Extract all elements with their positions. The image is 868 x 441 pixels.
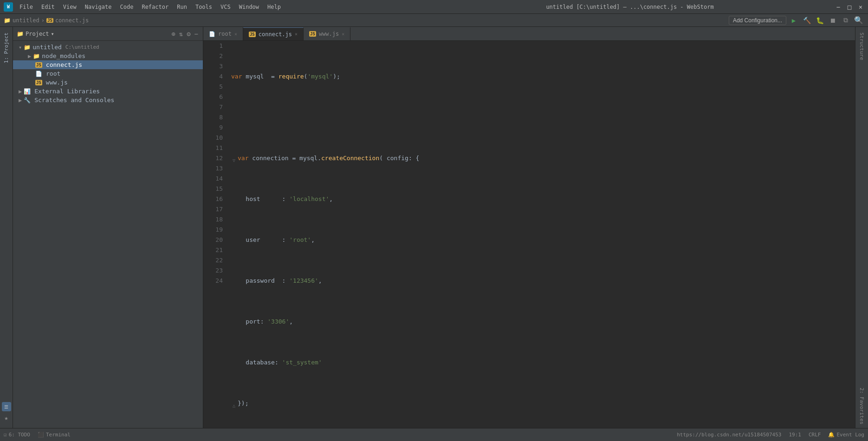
app-logo: W bbox=[4, 2, 13, 12]
line-separator: CRLF bbox=[809, 432, 821, 438]
tab-www-js-label: www.js bbox=[319, 31, 339, 37]
run-button[interactable]: ▶ bbox=[788, 15, 799, 26]
right-side-tabs: Structure 2: Favorites bbox=[855, 27, 868, 428]
tab-connect-js[interactable]: JS connect.js × bbox=[243, 27, 304, 40]
event-log-button[interactable]: 🔔 Event Log bbox=[828, 432, 864, 438]
tab-connect-js-label: connect.js bbox=[259, 31, 292, 38]
breadcrumb: 📁 untitled › JS connect.js bbox=[4, 17, 89, 24]
code-line-8: database: 'st_system' bbox=[231, 357, 850, 368]
terminal-label: Terminal bbox=[46, 432, 71, 438]
left-side-tabs: 1: Project ☰ ★ bbox=[0, 27, 13, 428]
project-label: Project bbox=[26, 31, 49, 37]
stop-button[interactable]: ⏹ bbox=[827, 15, 838, 26]
menu-vcs[interactable]: VCS bbox=[217, 3, 234, 11]
menu-help[interactable]: Help bbox=[264, 3, 285, 11]
code-editor[interactable]: 1 2 3 4 5 6 7 8 9 10 11 12 13 14 15 16 1… bbox=[203, 41, 855, 428]
code-line-9: △}); bbox=[231, 398, 850, 409]
todo-button[interactable]: ☑ 6: TODO bbox=[4, 432, 30, 438]
hide-panel-icon[interactable]: − bbox=[194, 29, 199, 39]
menu-edit[interactable]: Edit bbox=[38, 3, 58, 11]
menu-bar: File Edit View Navigate Code Refactor Ru… bbox=[16, 3, 425, 11]
search-everywhere-button[interactable]: 🔍 bbox=[853, 15, 864, 26]
tree-item-untitled[interactable]: ▾ 📁 untitled C:\untitled bbox=[13, 43, 203, 52]
build-button[interactable]: 🔨 bbox=[801, 15, 812, 26]
menu-code[interactable]: Code bbox=[117, 3, 137, 11]
connect-js-tab-close[interactable]: × bbox=[295, 32, 298, 37]
main-toolbar: 📁 untitled › JS connect.js Add Configura… bbox=[0, 14, 868, 27]
project-title: 📁 Project ▾ bbox=[17, 31, 170, 37]
fold-arrow-3[interactable]: ▽ bbox=[231, 156, 237, 161]
project-dropdown-arrow[interactable]: ▾ bbox=[51, 31, 54, 37]
tree-item-node-modules[interactable]: ▶ 📁 node_modules bbox=[13, 52, 203, 60]
position-text: 19:1 bbox=[789, 432, 801, 438]
code-content[interactable]: var mysql = require('mysql'); ▽var conne… bbox=[227, 41, 855, 428]
tree-item-connect-js[interactable]: JS connect.js bbox=[13, 60, 203, 69]
sidebar-tab-favorites[interactable]: 2: Favorites bbox=[857, 384, 867, 428]
menu-tools[interactable]: Tools bbox=[192, 3, 216, 11]
terminal-icon: ⬛ bbox=[38, 432, 44, 438]
maximize-button[interactable]: □ bbox=[846, 3, 853, 11]
menu-window[interactable]: Window bbox=[235, 3, 263, 11]
menu-file[interactable]: File bbox=[16, 3, 37, 11]
www-js-tab-close[interactable]: × bbox=[342, 32, 344, 37]
menu-view[interactable]: View bbox=[59, 3, 80, 11]
scratches-icon: 🔧 bbox=[24, 97, 31, 104]
close-button[interactable]: × bbox=[857, 3, 864, 11]
settings-icon[interactable]: ⚙ bbox=[186, 29, 191, 39]
project-root-label: untitled bbox=[32, 44, 62, 51]
menu-navigate[interactable]: Navigate bbox=[81, 3, 116, 11]
connect-js-label: connect.js bbox=[46, 61, 82, 68]
breadcrumb-file[interactable]: connect.js bbox=[55, 17, 89, 24]
project-root-path: C:\untitled bbox=[65, 44, 99, 50]
main-layout: 1: Project ☰ ★ 📁 Project ▾ ⊕ ⇅ ⚙ − ▾ bbox=[0, 27, 868, 428]
tab-www-js[interactable]: JS www.js × bbox=[304, 27, 350, 40]
tree-item-external-libraries[interactable]: ▶ 📊 External Libraries bbox=[13, 87, 203, 96]
scratches-arrow-icon: ▶ bbox=[19, 97, 22, 104]
add-configuration-button[interactable]: Add Configuration... bbox=[729, 16, 786, 25]
breadcrumb-separator: › bbox=[41, 17, 45, 24]
connect-js-tab-icon: JS bbox=[249, 32, 256, 37]
tab-root[interactable]: 📄 root × bbox=[203, 27, 243, 40]
breadcrumb-project[interactable]: untitled bbox=[13, 17, 39, 24]
tab-bar: 📄 root × JS connect.js × JS www.js × bbox=[203, 27, 855, 41]
split-button[interactable]: ⧉ bbox=[840, 15, 851, 26]
sort-icon[interactable]: ⇅ bbox=[178, 29, 184, 39]
root-tab-close[interactable]: × bbox=[234, 32, 237, 37]
menu-refactor[interactable]: Refactor bbox=[138, 3, 172, 11]
expand-arrow-icon: ▾ bbox=[19, 44, 22, 51]
folder-expand-arrow-icon: ▶ bbox=[28, 53, 31, 59]
breadcrumb-file-icon: JS bbox=[46, 18, 53, 23]
breadcrumb-project-icon: 📁 bbox=[4, 17, 11, 24]
scratches-label: Scratches and Consoles bbox=[34, 97, 114, 104]
www-js-tab-icon: JS bbox=[309, 31, 316, 37]
structure-icon[interactable]: ☰ bbox=[2, 402, 11, 411]
root-file-icon: 📄 bbox=[35, 71, 42, 77]
scope-icon[interactable]: ⊕ bbox=[170, 29, 176, 39]
tree-item-root[interactable]: 📄 root bbox=[13, 69, 203, 78]
www-js-icon: JS bbox=[35, 80, 42, 85]
connect-js-icon: JS bbox=[35, 62, 42, 68]
url-text: https://blog.csdn.net/u15184507453 bbox=[677, 432, 781, 438]
debug-button[interactable]: 🐛 bbox=[814, 15, 825, 26]
code-line-4: host : 'localhost', bbox=[231, 194, 850, 204]
project-header-icons: ⊕ ⇅ ⚙ − bbox=[170, 29, 199, 39]
window-title: untitled [C:\untitled] – ...\connect.js … bbox=[425, 4, 835, 10]
fold-arrow-9[interactable]: △ bbox=[231, 401, 237, 406]
bottom-bar: ☑ 6: TODO ⬛ Terminal https://blog.csdn.n… bbox=[0, 428, 868, 441]
node-modules-label: node_modules bbox=[42, 52, 85, 59]
editor-area: 📄 root × JS connect.js × JS www.js × 1 2… bbox=[203, 27, 855, 428]
menu-run[interactable]: Run bbox=[173, 3, 191, 11]
todo-icon: ☑ bbox=[4, 432, 7, 438]
code-line-5: user : 'root', bbox=[231, 235, 850, 245]
project-panel: 📁 Project ▾ ⊕ ⇅ ⚙ − ▾ 📁 untitled C:\unti… bbox=[13, 27, 203, 428]
tree-item-scratches[interactable]: ▶ 🔧 Scratches and Consoles bbox=[13, 96, 203, 104]
terminal-button[interactable]: ⬛ Terminal bbox=[38, 432, 71, 438]
event-log-label: Event Log bbox=[836, 432, 864, 438]
sidebar-tab-project[interactable]: 1: Project bbox=[1, 29, 11, 67]
root-label: root bbox=[46, 70, 60, 77]
sidebar-tab-structure[interactable]: Structure bbox=[857, 29, 867, 64]
minimize-button[interactable]: − bbox=[835, 3, 842, 11]
favorites-icon[interactable]: ★ bbox=[2, 413, 11, 422]
tree-item-www-js[interactable]: JS www.js bbox=[13, 78, 203, 87]
code-line-6: password : '123456', bbox=[231, 276, 850, 286]
